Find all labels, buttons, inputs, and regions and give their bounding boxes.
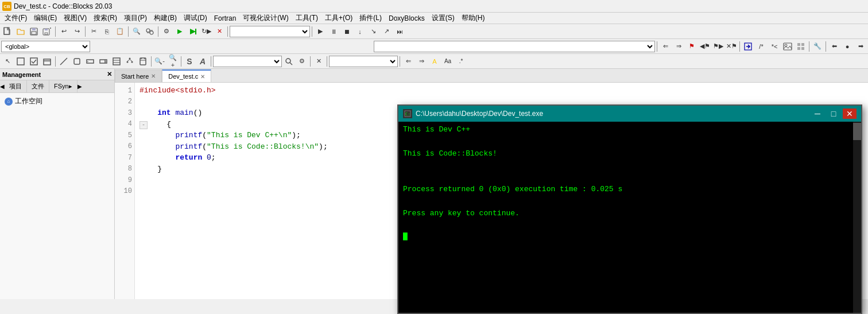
new-btn[interactable]: [1, 25, 14, 38]
replace-btn[interactable]: [144, 25, 156, 38]
terminal-close-btn[interactable]: ✕: [843, 108, 857, 119]
mgmt-tree: ⌂ 工作空间: [0, 93, 114, 299]
scroll-thumb[interactable]: [853, 123, 861, 140]
workspace-item[interactable]: ⌂ 工作空间: [2, 95, 112, 107]
nav-fwd-btn[interactable]: ⇒: [672, 40, 685, 53]
debug-run-btn[interactable]: ▶: [314, 25, 327, 38]
frame2-btn[interactable]: [71, 55, 83, 68]
jump-combo[interactable]: [329, 56, 398, 67]
scope-combo[interactable]: [374, 41, 655, 52]
menu-doxy[interactable]: DoxyBlocks: [385, 13, 428, 24]
menu-fortran[interactable]: Fortran: [211, 13, 240, 24]
comments-btn[interactable]: /*: [755, 40, 768, 53]
tab-dev-test-close[interactable]: ✕: [200, 73, 205, 80]
menu-settings[interactable]: 设置(S): [428, 12, 458, 24]
menu-view[interactable]: 视图(V): [60, 12, 90, 24]
left-arr-btn[interactable]: ⬅: [828, 40, 840, 53]
mgmt-tab-fsyn[interactable]: FSyn▸: [49, 80, 78, 92]
debug-out-btn[interactable]: ↗: [380, 25, 393, 38]
cut-btn[interactable]: ✂: [87, 25, 100, 38]
right-arr-btn[interactable]: ➡: [854, 40, 867, 53]
case-btn[interactable]: Aa: [441, 55, 454, 68]
rect-btn[interactable]: [14, 55, 27, 68]
settings2-btn[interactable]: ⚙: [160, 25, 173, 38]
paste-btn[interactable]: 📋: [114, 25, 126, 38]
build-run-btn[interactable]: [187, 25, 199, 38]
search-opts-btn[interactable]: ⚙: [296, 55, 308, 68]
bookmark-prev-btn[interactable]: ◀⚑: [699, 40, 711, 53]
menu-project[interactable]: 项目(P): [121, 12, 150, 24]
a-btn[interactable]: A: [196, 55, 209, 68]
debug-pause-btn[interactable]: ⏸: [327, 25, 340, 38]
bookmark-next-btn[interactable]: ⚑▶: [712, 40, 724, 53]
tab-dev-test[interactable]: Dev_test.c ✕: [162, 69, 211, 82]
search-execute-btn[interactable]: [282, 55, 295, 68]
mgmt-nav-right[interactable]: ▶: [78, 83, 82, 90]
fold-marker-4[interactable]: -: [140, 121, 148, 129]
global-combo[interactable]: <global>: [1, 41, 90, 52]
debug-step-btn[interactable]: ↘: [367, 25, 379, 38]
img-btn[interactable]: [781, 40, 794, 53]
s-btn[interactable]: S: [183, 55, 196, 68]
frame-btn[interactable]: [41, 55, 53, 68]
tab-start-here-close[interactable]: ✕: [151, 73, 156, 79]
mgmt-tab-file[interactable]: 文件: [27, 80, 49, 92]
stop-btn[interactable]: ✕: [213, 25, 226, 38]
menu-search[interactable]: 搜索(R): [90, 12, 121, 24]
tree-btn[interactable]: [123, 55, 136, 68]
pointer-btn[interactable]: ↖: [1, 55, 14, 68]
find-btn[interactable]: 🔍: [130, 25, 143, 38]
menu-file[interactable]: 文件(F): [1, 12, 30, 24]
notebook-btn[interactable]: [137, 55, 149, 68]
menu-tools2[interactable]: 工具+(O): [321, 12, 356, 24]
menu-plugins[interactable]: 插件(L): [356, 12, 385, 24]
mgmt-tab-project[interactable]: 项目: [5, 80, 27, 92]
save-btn[interactable]: [28, 25, 40, 38]
highlight-btn[interactable]: A: [428, 55, 441, 68]
debug-next-btn[interactable]: ↓: [354, 25, 366, 38]
run-btn[interactable]: ▶: [173, 25, 186, 38]
menu-edit[interactable]: 编辑(E): [30, 12, 60, 24]
search-combo[interactable]: [213, 56, 282, 67]
jump-btn[interactable]: [742, 40, 754, 53]
debug-cont-btn[interactable]: ⏭: [393, 25, 406, 38]
comment-star-btn[interactable]: *<: [768, 40, 781, 53]
nav-back-btn[interactable]: ⇐: [659, 40, 672, 53]
menu-help[interactable]: 帮助(H): [458, 12, 489, 24]
bookmark-btn[interactable]: ⚑: [685, 40, 698, 53]
copy-btn[interactable]: ⎘: [100, 25, 113, 38]
regex-btn[interactable]: .*: [455, 55, 467, 68]
menu-tools[interactable]: 工具(T): [292, 12, 321, 24]
redo-btn[interactable]: ↪: [71, 25, 83, 38]
bookmark-clear-btn[interactable]: ✕⚑: [725, 40, 738, 53]
terminal-controls: ─ □ ✕: [811, 108, 857, 119]
rebuild-btn[interactable]: ↻▶: [200, 25, 212, 38]
combo-btn[interactable]: [97, 55, 110, 68]
wrench-btn[interactable]: 🔧: [811, 40, 824, 53]
menu-build[interactable]: 构建(B): [150, 12, 180, 24]
debug-stop-btn[interactable]: ⏹: [340, 25, 353, 38]
zoom-in-btn[interactable]: 🔍+: [166, 55, 179, 68]
check-rect-btn[interactable]: [28, 55, 40, 68]
mgmt-nav-left[interactable]: ◀: [0, 83, 5, 90]
tab-start-here[interactable]: Start here ✕: [115, 69, 162, 82]
terminal-scrollbar[interactable]: [853, 122, 861, 313]
terminal-maximize-btn[interactable]: □: [827, 108, 840, 119]
line-btn[interactable]: [57, 55, 70, 68]
menu-debug[interactable]: 调试(D): [180, 12, 211, 24]
nav-left-btn[interactable]: ⇐: [402, 55, 414, 68]
save-all-btn[interactable]: [41, 25, 53, 38]
grid-btn[interactable]: [795, 40, 807, 53]
dot-btn[interactable]: ●: [841, 40, 854, 53]
clear-search-btn[interactable]: ✕: [312, 55, 325, 68]
terminal-minimize-btn[interactable]: ─: [811, 108, 824, 119]
mgmt-close-btn[interactable]: ✕: [107, 71, 112, 78]
zoom-out-btn[interactable]: 🔍-: [153, 55, 166, 68]
undo-btn[interactable]: ↩: [57, 25, 70, 38]
nav-right-btn[interactable]: ⇒: [415, 55, 428, 68]
open-btn[interactable]: [14, 25, 27, 38]
input-btn[interactable]: [84, 55, 96, 68]
menu-visual[interactable]: 可视化设计(W): [239, 12, 292, 24]
target-combo[interactable]: [230, 26, 310, 37]
grid2-btn[interactable]: [110, 55, 123, 68]
